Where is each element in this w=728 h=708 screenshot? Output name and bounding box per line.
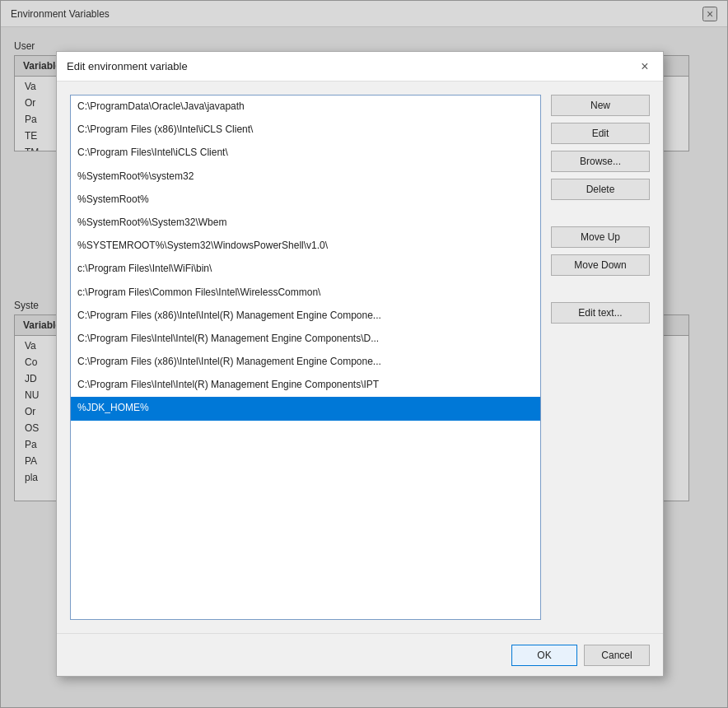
browse-button[interactable]: Browse... (551, 151, 650, 172)
delete-button[interactable]: Delete (551, 179, 650, 200)
path-item[interactable]: c:\Program Files\Common Files\Intel\Wire… (71, 282, 540, 305)
edit-env-variable-dialog: Edit environment variable × C:\ProgramDa… (56, 51, 664, 677)
dialog-title-bar: Edit environment variable × (57, 52, 663, 82)
path-item[interactable]: C:\Program Files (x86)\Intel\iCLS Client… (71, 119, 540, 142)
path-item[interactable]: C:\Program Files\Intel\iCLS Client\ (71, 142, 540, 165)
path-item[interactable]: %JDK_HOME% (71, 397, 540, 420)
path-item[interactable]: C:\Program Files (x86)\Intel\Intel(R) Ma… (71, 305, 540, 328)
button-spacer-2 (551, 282, 650, 296)
dialog-title: Edit environment variable (67, 60, 188, 72)
edit-text-button[interactable]: Edit text... (551, 302, 650, 324)
new-button[interactable]: New (551, 95, 650, 116)
path-item[interactable]: %SystemRoot%\System32\Wbem (71, 212, 540, 235)
path-item[interactable]: C:\Program Files\Intel\Intel(R) Manageme… (71, 328, 540, 351)
dialog-close-button[interactable]: × (637, 58, 653, 75)
cancel-button[interactable]: Cancel (584, 645, 650, 666)
move-down-button[interactable]: Move Down (551, 254, 650, 276)
path-item[interactable]: C:\Program Files (x86)\Intel\Intel(R) Ma… (71, 351, 540, 374)
ok-button[interactable]: OK (511, 645, 577, 666)
path-item[interactable]: C:\Program Files\Intel\Intel(R) Manageme… (71, 374, 540, 397)
buttons-panel: New Edit Browse... Delete Move Up Move D… (551, 95, 650, 620)
path-item[interactable]: c:\Program Files\Intel\WiFi\bin\ (71, 258, 540, 281)
dialog-footer: OK Cancel (57, 633, 663, 676)
edit-button[interactable]: Edit (551, 123, 650, 144)
path-item[interactable]: C:\ProgramData\Oracle\Java\javapath (71, 95, 540, 119)
move-up-button[interactable]: Move Up (551, 226, 650, 248)
path-item[interactable]: %SYSTEMROOT%\System32\WindowsPowerShell\… (71, 235, 540, 258)
path-item[interactable]: %SystemRoot% (71, 189, 540, 212)
path-item[interactable]: %SystemRoot%\system32 (71, 165, 540, 189)
dialog-body: C:\ProgramData\Oracle\Java\javapathC:\Pr… (57, 82, 663, 633)
path-list[interactable]: C:\ProgramData\Oracle\Java\javapathC:\Pr… (70, 95, 541, 620)
button-spacer (551, 207, 650, 220)
